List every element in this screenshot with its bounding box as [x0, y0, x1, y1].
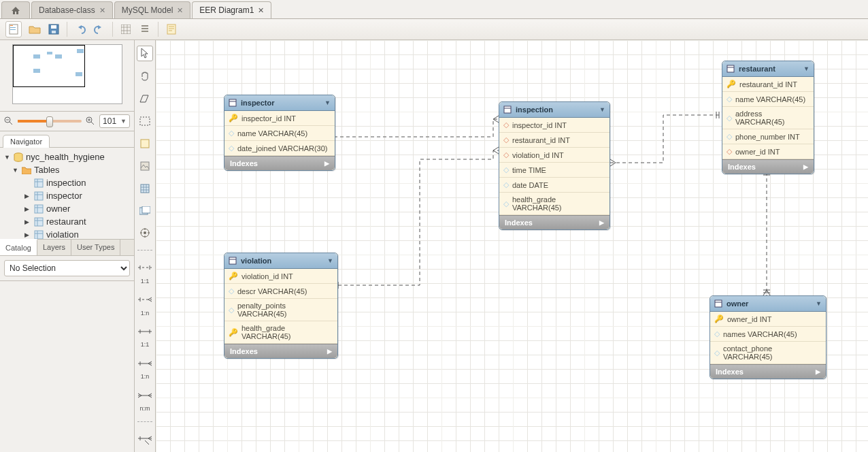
chevron-down-icon[interactable]: ▼ [803, 65, 809, 72]
toolbar [0, 19, 868, 40]
chevron-right-icon[interactable]: ▶ [599, 219, 604, 226]
column: address VARCHAR(45) [735, 110, 809, 126]
entity-owner[interactable]: owner▼ 🔑owner_id INT ◇names VARCHAR(45) … [710, 295, 827, 379]
new-table-tool[interactable] [137, 181, 152, 195]
align-icon[interactable] [139, 23, 151, 35]
tab-mysql-model[interactable]: MySQL Model ✕ [114, 1, 191, 18]
navigator-tab[interactable]: Navigator [3, 135, 50, 148]
svg-rect-16 [35, 231, 43, 239]
folder-label: Tables [34, 165, 60, 175]
chevron-right-icon[interactable]: ▶ [327, 348, 332, 355]
zoom-input[interactable]: 101▼ [99, 114, 130, 128]
column: owner_id INT [727, 315, 771, 323]
column: descr VARCHAR(45) [237, 287, 307, 295]
pk-icon: 🔑 [229, 328, 238, 337]
entity-inspector[interactable]: inspector▼ 🔑inspector_id INT ◇name VARCH… [224, 95, 335, 171]
svg-rect-29 [715, 300, 722, 307]
open-file-icon[interactable] [29, 23, 41, 35]
relation-1-n-nonid-tool[interactable] [137, 293, 152, 307]
svg-rect-13 [35, 192, 43, 200]
tab-label: EER Diagram1 [199, 5, 254, 15]
chevron-right-icon[interactable]: ▶ [803, 163, 808, 170]
tab-database-class[interactable]: Database-class ✕ [31, 1, 113, 18]
undo-icon[interactable] [74, 23, 86, 35]
collapse-icon[interactable]: ▼ [4, 154, 11, 161]
table-icon [714, 300, 722, 308]
table-label: inspector [46, 191, 82, 201]
expand-icon[interactable]: ▶ [24, 193, 31, 199]
grid-icon[interactable] [120, 23, 132, 35]
tab-catalog[interactable]: Catalog [0, 239, 37, 255]
chevron-down-icon[interactable]: ▼ [327, 257, 333, 264]
minimap[interactable] [0, 40, 134, 112]
svg-rect-5 [51, 25, 56, 29]
zoom-slider[interactable] [18, 120, 82, 123]
save-icon[interactable] [48, 23, 60, 35]
relation-label: 1:1 [141, 278, 150, 285]
zoom-in-icon[interactable] [86, 116, 95, 126]
pk-icon: 🔑 [714, 314, 724, 323]
catalog-node-db[interactable]: ▼ nyc_health_hygiene [1, 150, 133, 163]
relation-1-n-id-tool[interactable] [137, 356, 152, 370]
home-tab[interactable] [1, 1, 30, 18]
eraser-tool[interactable] [137, 92, 152, 106]
chevron-down-icon[interactable]: ▼ [324, 99, 331, 106]
expand-icon[interactable]: ▶ [24, 219, 31, 225]
close-icon[interactable]: ✕ [258, 6, 264, 15]
catalog-table-restaurant[interactable]: ▶restaurant [1, 215, 133, 228]
entity-restaurant[interactable]: restaurant▼ 🔑restaurant_id INT ◇name VAR… [722, 61, 814, 174]
relation-1-1-id-tool[interactable] [137, 325, 152, 339]
column: phone_number INT [735, 133, 800, 141]
catalog-table-violation[interactable]: ▶violation [1, 228, 133, 239]
diagram-canvas[interactable]: inspector▼ 🔑inspector_id INT ◇name VARCH… [156, 40, 868, 452]
column-icon: ◇ [503, 199, 509, 208]
close-icon[interactable]: ✕ [99, 6, 105, 15]
column-icon: ◇ [229, 306, 234, 314]
new-view-tool[interactable] [137, 204, 152, 218]
minimap-frame[interactable] [12, 44, 122, 104]
chevron-down-icon[interactable]: ▼ [816, 300, 822, 307]
entity-inspection[interactable]: inspection▼ ◇inspector_id INT ◇restauran… [499, 101, 610, 230]
tab-eer-diagram[interactable]: EER Diagram1 ✕ [192, 1, 271, 18]
relation-label: 1:1 [141, 341, 150, 348]
selection-dropdown[interactable]: No Selection [4, 260, 130, 276]
svg-rect-6 [52, 31, 56, 33]
catalog-table-owner[interactable]: ▶owner [1, 202, 133, 215]
routine-group-tool[interactable] [137, 226, 152, 240]
expand-icon[interactable]: ▶ [24, 231, 31, 238]
close-icon[interactable]: ✕ [177, 6, 183, 15]
chevron-down-icon[interactable]: ▼ [599, 106, 605, 113]
place-relation-tool[interactable] [137, 432, 152, 447]
relation-n-m-tool[interactable] [137, 388, 152, 402]
entity-violation[interactable]: violation▼ 🔑violation_id INT ◇descr VARC… [224, 253, 338, 359]
image-tool[interactable] [137, 159, 152, 173]
catalog-table-inspector[interactable]: ▶inspector [1, 189, 133, 202]
chevron-right-icon[interactable]: ▶ [816, 368, 820, 375]
relation-1-1-nonid-tool[interactable] [137, 261, 152, 275]
catalog-node-tables[interactable]: ▼ Tables [1, 163, 133, 176]
chevron-right-icon[interactable]: ▶ [324, 160, 329, 167]
redo-icon[interactable] [93, 23, 105, 35]
notes-icon[interactable] [165, 23, 178, 35]
collapse-icon[interactable]: ▼ [12, 167, 19, 174]
chevron-down-icon[interactable]: ▼ [120, 118, 127, 125]
layer-tool[interactable] [137, 114, 152, 129]
column: names VARCHAR(45) [723, 330, 797, 338]
column-icon: ◇ [714, 329, 720, 338]
new-document-icon[interactable] [5, 21, 22, 37]
table-icon [503, 106, 512, 114]
column: restaurant_id INT [512, 136, 570, 144]
tab-layers[interactable]: Layers [37, 240, 71, 255]
table-icon [34, 178, 44, 188]
tab-user-types[interactable]: User Types [71, 240, 120, 255]
hand-tool[interactable] [137, 69, 152, 84]
catalog-table-inspection[interactable]: inspection [1, 176, 133, 189]
column: name VARCHAR(45) [735, 95, 805, 103]
pointer-tool[interactable] [137, 46, 153, 61]
column: inspector_id INT [241, 114, 296, 123]
zoom-out-icon[interactable] [4, 116, 14, 126]
column-icon: ◇ [503, 180, 509, 189]
expand-icon[interactable]: ▶ [24, 206, 31, 212]
svg-rect-25 [229, 99, 236, 106]
text-tool[interactable] [137, 137, 152, 151]
